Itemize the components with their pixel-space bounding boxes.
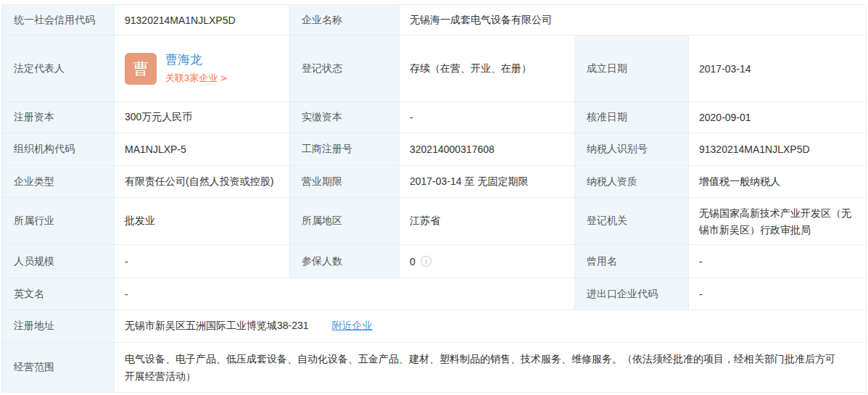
legal-rep-block: 曹 曹海龙 关联3家企业> <box>125 52 228 85</box>
field-label-reg-capital: 注册资本 <box>2 102 115 133</box>
field-label-reg-address: 注册地址 <box>2 310 115 342</box>
related-link-label: 关联3家企业 <box>165 72 218 83</box>
field-label-taxpayer-quality: 纳税人资质 <box>575 166 689 197</box>
company-info-table: 统一社会信用代码 91320214MA1NJLXP5D 企业名称 无锡海一成套电… <box>1 4 867 393</box>
field-value-industry: 批发业 <box>115 198 290 244</box>
field-label-credit-code: 统一社会信用代码 <box>2 5 115 35</box>
table-row: 人员规模 - 参保人数 0 i 曾用名 - <box>2 245 866 278</box>
field-label-industry: 所属行业 <box>2 198 115 244</box>
field-label-taxpayer-id: 纳税人识别号 <box>575 133 689 165</box>
field-value-credit-code: 91320214MA1NJLXP5D <box>115 5 290 35</box>
field-value-reg-capital: 300万元人民币 <box>115 102 290 133</box>
field-value-business-scope: 电气设备、电子产品、低压成套设备、自动化设备、五金产品、建材、塑料制品的销售、技… <box>115 343 866 392</box>
table-row: 企业类型 有限责任公司(自然人投资或控股) 营业期限 2017-03-14 至 … <box>2 166 866 198</box>
field-label-english-name: 英文名 <box>2 278 115 309</box>
nearby-companies-link[interactable]: 附近企业 <box>332 320 373 333</box>
insured-count-number: 0 <box>410 256 416 267</box>
table-row: 所属行业 批发业 所属地区 江苏省 登记机关 无锡国家高新技术产业开发区（无锡市… <box>2 198 866 245</box>
field-value-insured-count: 0 i <box>400 245 575 278</box>
field-value-staff-size: - <box>115 245 290 278</box>
field-value-biz-reg-no: 320214000317608 <box>400 133 575 165</box>
field-label-reg-authority: 登记机关 <box>575 198 689 244</box>
field-value-reg-address: 无锡市新吴区五洲国际工业博览城38-231 附近企业 <box>115 310 866 342</box>
field-value-former-name: - <box>689 245 866 278</box>
field-label-former-name: 曾用名 <box>575 245 689 278</box>
field-value-paid-capital: - <box>400 102 575 133</box>
field-label-business-scope: 经营范围 <box>2 343 115 392</box>
field-value-legal-rep: 曹 曹海龙 关联3家企业> <box>115 36 290 101</box>
legal-rep-related-link[interactable]: 关联3家企业> <box>165 72 228 85</box>
field-label-staff-size: 人员规模 <box>2 245 115 278</box>
field-value-establish-date: 2017-03-14 <box>689 36 866 101</box>
info-icon[interactable]: i <box>421 256 431 267</box>
field-value-org-code: MA1NJLXP-5 <box>115 133 290 165</box>
table-row: 经营范围 电气设备、电子产品、低压成套设备、自动化设备、五金产品、建材、塑料制品… <box>2 343 866 392</box>
field-label-import-export-code: 进出口企业代码 <box>575 278 689 309</box>
legal-rep-info: 曹海龙 关联3家企业> <box>165 52 228 85</box>
field-value-company-name: 无锡海一成套电气设备有限公司 <box>400 5 866 35</box>
table-row: 注册资本 300万元人民币 实缴资本 - 核准日期 2020-09-01 <box>2 102 866 133</box>
chevron-right-icon: > <box>220 72 228 83</box>
field-value-taxpayer-quality: 增值税一般纳税人 <box>689 166 866 197</box>
legal-rep-avatar[interactable]: 曹 <box>125 53 157 85</box>
field-label-biz-term: 营业期限 <box>290 166 400 197</box>
field-value-approval-date: 2020-09-01 <box>689 102 866 133</box>
field-value-biz-term: 2017-03-14 至 无固定期限 <box>400 166 575 197</box>
field-value-company-type: 有限责任公司(自然人投资或控股) <box>115 166 290 197</box>
field-label-insured-count: 参保人数 <box>290 245 400 278</box>
field-value-reg-authority: 无锡国家高新技术产业开发区（无锡市新吴区）行政审批局 <box>689 198 866 244</box>
field-label-company-type: 企业类型 <box>2 166 115 197</box>
legal-rep-name-link[interactable]: 曹海龙 <box>165 52 228 68</box>
field-label-company-name: 企业名称 <box>290 5 400 35</box>
business-scope-text: 电气设备、电子产品、低压成套设备、自动化设备、五金产品、建材、塑料制品的销售、技… <box>125 350 857 385</box>
field-label-biz-reg-no: 工商注册号 <box>290 133 400 165</box>
table-row: 英文名 - 进出口企业代码 - <box>2 278 866 310</box>
field-value-reg-status: 存续（在营、开业、在册） <box>400 36 575 101</box>
field-label-legal-rep: 法定代表人 <box>2 36 115 101</box>
table-row: 法定代表人 曹 曹海龙 关联3家企业> 登记状态 存续（在营、开业、在册） 成立… <box>2 36 866 102</box>
field-label-org-code: 组织机构代码 <box>2 133 115 165</box>
field-label-reg-status: 登记状态 <box>290 36 400 101</box>
reg-authority-text: 无锡国家高新技术产业开发区（无锡市新吴区）行政审批局 <box>699 204 857 238</box>
reg-address-text: 无锡市新吴区五洲国际工业博览城38-231 <box>125 320 309 333</box>
table-row: 组织机构代码 MA1NJLXP-5 工商注册号 320214000317608 … <box>2 133 866 166</box>
field-value-taxpayer-id: 91320214MA1NJLXP5D <box>689 133 866 165</box>
field-label-paid-capital: 实缴资本 <box>290 102 400 133</box>
field-label-region: 所属地区 <box>290 198 400 244</box>
field-value-import-export-code: - <box>689 278 866 309</box>
field-label-establish-date: 成立日期 <box>575 36 689 101</box>
field-value-region: 江苏省 <box>400 198 575 244</box>
field-value-english-name: - <box>115 278 575 309</box>
field-label-approval-date: 核准日期 <box>575 102 689 133</box>
table-row: 统一社会信用代码 91320214MA1NJLXP5D 企业名称 无锡海一成套电… <box>2 5 866 36</box>
table-row: 注册地址 无锡市新吴区五洲国际工业博览城38-231 附近企业 <box>2 310 866 343</box>
